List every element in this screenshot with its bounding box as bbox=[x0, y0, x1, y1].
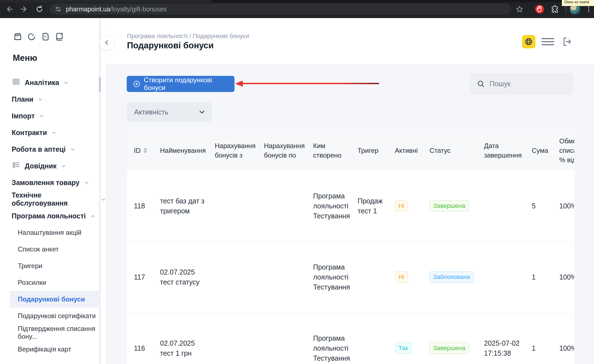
sidebar-subitem-rozsylky[interactable]: Розсилки bbox=[18, 274, 46, 291]
cell-id: 118 bbox=[127, 170, 160, 241]
sidebar-item-kontrakty[interactable]: Контракти bbox=[12, 124, 57, 141]
sidebar-subitem-veryfikaciya-kart[interactable]: Верифікація карт bbox=[18, 341, 71, 358]
url[interactable]: pharmapoint.ua/loyalty/gift-bonuses bbox=[66, 6, 167, 13]
adblock-extension-icon[interactable] bbox=[534, 0, 545, 18]
cell-trigger bbox=[358, 313, 395, 364]
cell-limit: 100% bbox=[559, 241, 574, 312]
col-header-sum: Сума bbox=[525, 131, 559, 170]
chevron-down-icon bbox=[38, 96, 43, 104]
cell-status: Заблокована bbox=[430, 241, 484, 312]
sidebar-item-zamovlennya[interactable]: Замовлення товару bbox=[12, 174, 89, 191]
sidebar-item-programa-loyalnosti[interactable]: Програма лояльності bbox=[12, 208, 96, 224]
cell-created-by: Програма лояльності Тестування bbox=[313, 313, 358, 364]
sidebar-item-dovidnyk[interactable]: Довідник bbox=[12, 158, 66, 174]
cell-accrual-from bbox=[215, 170, 264, 241]
breadcrumb[interactable]: Програма лояльності / Подарункові бонуси bbox=[127, 33, 249, 40]
table-row[interactable]: 117 02.07.2025 тест статусу Програма лоя… bbox=[127, 241, 574, 312]
sidebar-subitem-pidtverdzhennya[interactable]: Підтвердження списання бону... bbox=[18, 324, 106, 341]
create-button-label: Створити подарункові бонуси bbox=[144, 76, 234, 92]
col-header-name: Найменування bbox=[160, 131, 215, 170]
cell-limit: 100% bbox=[559, 170, 574, 241]
chevron-down-icon bbox=[84, 179, 89, 187]
sidebar-subitem-podarunkovi-sertyfikaty[interactable]: Подарункові сертифікати bbox=[18, 308, 96, 324]
menu-hamburger-button[interactable] bbox=[541, 38, 554, 45]
sidebar-item-robota-v-apteci[interactable]: Робота в аптеці bbox=[12, 141, 75, 158]
cell-status: Завершена bbox=[430, 313, 484, 364]
status-badge: Завершена bbox=[430, 343, 469, 354]
activity-filter-dropdown[interactable]: Активність bbox=[127, 102, 212, 122]
active-tab[interactable] bbox=[0, 0, 212, 2]
sidebar-subitem-trygery[interactable]: Тригери bbox=[18, 258, 42, 274]
cell-active: Ні bbox=[395, 241, 430, 312]
chevron-down-icon bbox=[70, 146, 75, 154]
active-badge: Ні bbox=[395, 200, 408, 211]
sidebar-subitem-spysok-anket[interactable]: Список анкет bbox=[18, 241, 59, 258]
browser-toolbar: pharmapoint.ua/loyalty/gift-bonuses bbox=[0, 0, 594, 18]
cell-accrual-from bbox=[215, 241, 264, 312]
globe-icon bbox=[524, 37, 533, 46]
col-header-id[interactable]: ID bbox=[127, 131, 160, 170]
col-header-active: Активні bbox=[395, 131, 430, 170]
col-header-limit: Обмеж списа % від bbox=[559, 131, 574, 170]
cell-end-date bbox=[484, 170, 525, 241]
cell-name: 02.07.2025 тест статусу bbox=[160, 241, 215, 312]
book-icon[interactable] bbox=[55, 32, 64, 43]
search-input[interactable] bbox=[489, 79, 560, 88]
search-box[interactable] bbox=[470, 73, 573, 94]
pie-chart-icon[interactable] bbox=[27, 32, 36, 43]
create-gift-bonuses-button[interactable]: Створити подарункові бонуси bbox=[127, 76, 234, 92]
chevron-down-icon bbox=[61, 163, 66, 171]
sidebar-subitem-nalashtuvannya-akciy[interactable]: Налаштування акцій bbox=[18, 224, 81, 241]
cell-end-date: 2025-07-02 17:15:38 bbox=[484, 313, 525, 364]
os-tooltip: Окно из значк bbox=[562, 0, 594, 6]
table-row[interactable]: 116 02.07.2025 тест 1 грн Програма лояль… bbox=[127, 312, 574, 364]
sidebar-menu-title: Меню bbox=[13, 53, 37, 63]
sidebar-item-tehnichne[interactable]: Технічне обслуговування bbox=[12, 191, 106, 208]
forward-icon[interactable] bbox=[19, 0, 29, 18]
sidebar-item-plany[interactable]: Плани bbox=[12, 91, 43, 108]
arrow-head bbox=[235, 81, 243, 87]
site-settings-icon[interactable] bbox=[54, 5, 62, 13]
annotation-arrow bbox=[235, 81, 379, 87]
cell-created-by: Програма лояльності Тестування bbox=[313, 170, 358, 241]
arrow-line bbox=[242, 83, 379, 84]
cell-name: 02.07.2025 тест 1 грн bbox=[160, 313, 215, 364]
reload-icon[interactable] bbox=[34, 0, 44, 18]
toolbar-divider bbox=[566, 6, 566, 14]
sidebar-scrollbar-track[interactable] bbox=[99, 18, 101, 364]
back-icon[interactable] bbox=[4, 0, 14, 18]
plus-circle-icon bbox=[133, 80, 141, 88]
col-header-end-date: Дата завершення bbox=[484, 131, 525, 170]
cell-sum: 1 bbox=[525, 241, 559, 312]
chevron-down-icon bbox=[101, 196, 106, 204]
page-title: Подарункові бонуси bbox=[127, 41, 214, 51]
cell-status: Завершена bbox=[430, 170, 484, 241]
sidebar-item-analitika[interactable]: Аналітика bbox=[12, 74, 69, 91]
table-row[interactable]: 118 тест баз дат з тригером Програма лоя… bbox=[127, 170, 574, 241]
cell-accrual-to bbox=[264, 241, 313, 312]
status-badge: Завершена bbox=[430, 200, 469, 211]
cell-accrual-to bbox=[264, 170, 313, 241]
language-globe-button[interactable] bbox=[522, 35, 535, 48]
cell-end-date bbox=[484, 241, 525, 312]
cell-trigger: Продаж тест 1 bbox=[358, 170, 395, 241]
logout-button[interactable] bbox=[560, 35, 573, 48]
document-icon[interactable] bbox=[41, 32, 50, 43]
address-bar[interactable]: pharmapoint.ua/loyalty/gift-bonuses bbox=[49, 4, 511, 15]
archive-box-icon[interactable] bbox=[13, 32, 23, 43]
extensions-puzzle-icon[interactable] bbox=[550, 0, 561, 18]
sidebar-collapse-button[interactable] bbox=[99, 35, 114, 50]
sidebar: Меню Аналітика Плани Імпорт Контракти Ро… bbox=[0, 18, 106, 364]
bookmark-star-icon[interactable] bbox=[515, 0, 525, 18]
status-badge: Заблокована bbox=[430, 271, 474, 283]
sidebar-item-import[interactable]: Імпорт bbox=[12, 108, 44, 124]
cell-accrual-to bbox=[264, 313, 313, 364]
sort-icon[interactable] bbox=[143, 148, 147, 153]
col-header-accrual-to: Нарахування бонусів по bbox=[264, 131, 313, 170]
col-header-created-by: Ким створено bbox=[313, 131, 358, 170]
cell-limit: 100% bbox=[559, 313, 574, 364]
sidebar-subitem-podarunkovi-bonusy[interactable]: Подарункові бонуси bbox=[18, 291, 85, 308]
chevron-down-icon bbox=[39, 113, 44, 121]
sidebar-scrollbar-thumb[interactable] bbox=[99, 77, 101, 92]
url-path: /loyalty/gift-bonuses bbox=[110, 6, 167, 13]
